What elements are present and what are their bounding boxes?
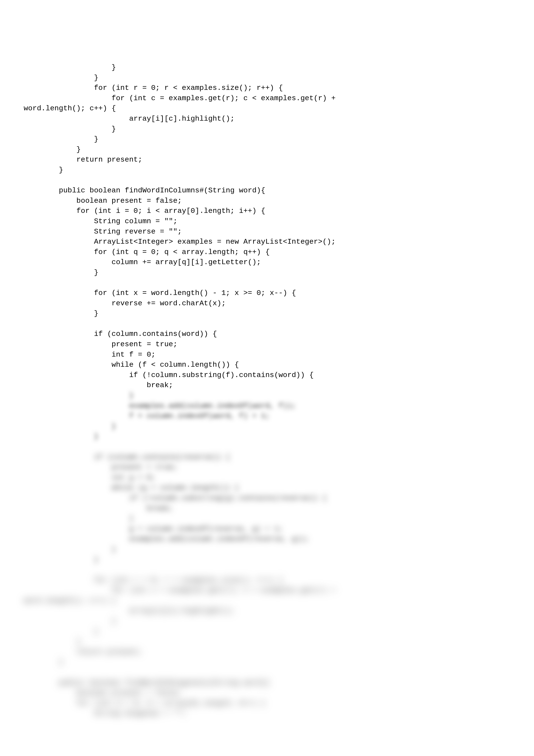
code-line: } <box>24 145 510 155</box>
code-line: } <box>24 637 510 647</box>
code-line: return present; <box>24 155 510 165</box>
code-line: int f = 0; <box>24 350 510 360</box>
code-line: String diagonal = ""; <box>24 708 510 719</box>
code-line: while (g < column.length()) { <box>24 483 510 493</box>
code-line: reverse += word.charAt(x); <box>24 298 510 309</box>
code-line <box>24 565 510 575</box>
code-line: boolean present = false; <box>24 688 510 698</box>
code-line: examples.add(column.indexOf(reverse, g))… <box>24 534 510 544</box>
code-line <box>24 278 510 288</box>
code-line: } <box>24 514 510 524</box>
code-line: } <box>24 544 510 555</box>
code-line: break; <box>24 380 510 391</box>
code-line: column += array[q][i].getLetter(); <box>24 257 510 268</box>
code-line: for (int q = 0; q < array.length; q++) { <box>24 247 510 257</box>
code-line: for (int i = 0; i < array[0].length; i++… <box>24 206 510 216</box>
code-line: for (int c = examples.get(r); c < exampl… <box>24 585 510 596</box>
code-line: } <box>24 616 510 627</box>
code-line: word.length(); c++) { <box>24 596 510 606</box>
code-line: String column = ""; <box>24 216 510 227</box>
code-line: if (column.contains(reverse)) { <box>24 452 510 463</box>
code-line: } <box>24 627 510 637</box>
code-line: return present; <box>24 647 510 657</box>
code-line: break; <box>24 503 510 514</box>
code-line: public boolean findWordInColumns#(String… <box>24 185 510 196</box>
code-line: word.length(); c++) { <box>24 103 510 114</box>
code-line: while (f < column.length()) { <box>24 360 510 370</box>
code-line: } <box>24 165 510 176</box>
code-line <box>24 667 510 678</box>
code-line: if (!column.substring(f).contains(word))… <box>24 370 510 381</box>
code-line: examples.add(column.indexOf(word, f)); <box>24 401 510 411</box>
code-line: g = column.indexOf(reverse, g) + 1; <box>24 524 510 534</box>
code-line: } <box>24 134 510 145</box>
code-line: } <box>24 124 510 134</box>
code-line: for (int x = word.length() - 1; x >= 0; … <box>24 288 510 298</box>
code-line <box>24 176 510 186</box>
code-line: int g = 0; <box>24 473 510 483</box>
code-line: for (int r = 0; r < examples.size(); r++… <box>24 83 510 93</box>
code-line: String reverse = ""; <box>24 227 510 237</box>
code-line: array[c][i].highlight(); <box>24 606 510 616</box>
code-line: present = true; <box>24 462 510 473</box>
code-page: } } for (int r = 0; r < examples.size();… <box>0 0 534 719</box>
code-line: if (column.contains(word)) { <box>24 329 510 339</box>
code-line: } <box>24 432 510 442</box>
code-line: present = true; <box>24 339 510 350</box>
code-line: public boolean findWordInDiagonals(Strin… <box>24 678 510 688</box>
code-line: ArrayList<Integer> examples = new ArrayL… <box>24 237 510 247</box>
code-line: if (!column.substring(g).contains(revers… <box>24 493 510 503</box>
code-line: f = column.indexOf(word, f) + 1; <box>24 411 510 421</box>
code-line: array[i][c].highlight(); <box>24 114 510 124</box>
code-line <box>24 442 510 452</box>
code-line: } <box>24 555 510 565</box>
code-line: for (int c = examples.get(r); c < exampl… <box>24 93 510 104</box>
code-line: } <box>24 391 510 401</box>
code-line: } <box>24 63 510 73</box>
code-line: } <box>24 421 510 432</box>
code-line: } <box>24 309 510 319</box>
code-line: } <box>24 73 510 83</box>
code-line <box>24 319 510 329</box>
code-line: boolean present = false; <box>24 196 510 206</box>
code-line: } <box>24 657 510 667</box>
code-line: for (int d = 0; d < array[0].length; d++… <box>24 698 510 709</box>
code-line: for (int r = 0; r < examples.size(); r++… <box>24 575 510 585</box>
code-line: } <box>24 268 510 278</box>
